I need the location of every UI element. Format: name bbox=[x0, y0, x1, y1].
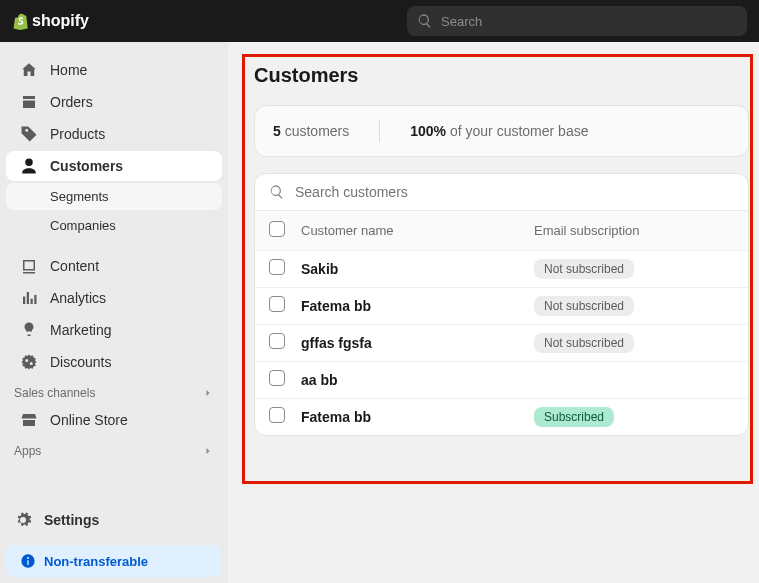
global-search-placeholder: Search bbox=[441, 14, 482, 29]
topbar: shopify Search bbox=[0, 0, 759, 42]
shopify-logo[interactable]: shopify bbox=[12, 11, 89, 31]
customer-name: Sakib bbox=[301, 261, 534, 277]
select-all-checkbox[interactable] bbox=[269, 221, 285, 237]
content-icon bbox=[20, 257, 38, 275]
table-row[interactable]: aa bb bbox=[255, 361, 748, 398]
chevron-right-icon bbox=[202, 387, 214, 399]
analytics-icon bbox=[20, 289, 38, 307]
col-header-subscription[interactable]: Email subscription bbox=[534, 223, 734, 238]
sidebar-item-customers[interactable]: Customers bbox=[6, 151, 222, 181]
sidebar-item-orders[interactable]: Orders bbox=[6, 87, 222, 117]
stat-customer-count: 5 customers bbox=[273, 123, 349, 139]
sidebar-item-discounts[interactable]: Discounts bbox=[6, 347, 222, 377]
row-checkbox[interactable] bbox=[269, 296, 285, 312]
sidebar-item-products[interactable]: Products bbox=[6, 119, 222, 149]
search-customers-row bbox=[255, 174, 748, 210]
sidebar-item-label: Customers bbox=[50, 158, 123, 174]
customer-name: Fatema bb bbox=[301, 298, 534, 314]
apps-header[interactable]: Apps bbox=[0, 436, 228, 462]
sidebar-item-label: Products bbox=[50, 126, 105, 142]
sidebar-item-online-store[interactable]: Online Store bbox=[6, 405, 222, 435]
search-icon bbox=[269, 184, 285, 200]
table-row[interactable]: Fatema bb Not subscribed bbox=[255, 287, 748, 324]
search-icon bbox=[417, 13, 433, 29]
customer-name: gffas fgsfa bbox=[301, 335, 534, 351]
settings-label: Settings bbox=[44, 512, 99, 528]
subscription-pill: Not subscribed bbox=[534, 259, 634, 279]
orders-icon bbox=[20, 93, 38, 111]
info-icon bbox=[20, 553, 36, 569]
search-customers-input[interactable] bbox=[295, 184, 734, 200]
sidebar-item-label: Discounts bbox=[50, 354, 111, 370]
person-icon bbox=[20, 157, 38, 175]
subscription-cell: Not subscribed bbox=[534, 333, 734, 353]
brand-text: shopify bbox=[32, 12, 89, 30]
chevron-right-icon bbox=[202, 445, 214, 457]
subscription-cell: Not subscribed bbox=[534, 259, 734, 279]
subscription-cell: Subscribed bbox=[534, 407, 734, 427]
sidebar-item-marketing[interactable]: Marketing bbox=[6, 315, 222, 345]
customer-name: aa bb bbox=[301, 372, 534, 388]
home-icon bbox=[20, 61, 38, 79]
discount-icon bbox=[20, 353, 38, 371]
gear-icon bbox=[14, 511, 32, 529]
row-checkbox[interactable] bbox=[269, 407, 285, 423]
global-search[interactable]: Search bbox=[407, 6, 747, 36]
sidebar-item-label: Home bbox=[50, 62, 87, 78]
row-checkbox[interactable] bbox=[269, 259, 285, 275]
customer-name: Fatema bb bbox=[301, 409, 534, 425]
table-row[interactable]: gffas fgsfa Not subscribed bbox=[255, 324, 748, 361]
sidebar-item-home[interactable]: Home bbox=[6, 55, 222, 85]
subscription-pill: Not subscribed bbox=[534, 296, 634, 316]
stat-divider bbox=[379, 120, 380, 142]
subscription-pill: Not subscribed bbox=[534, 333, 634, 353]
sidebar-subitem-segments[interactable]: Segments bbox=[6, 183, 222, 210]
subscription-cell: Not subscribed bbox=[534, 296, 734, 316]
main: Customers 5 customers 100% of your custo… bbox=[228, 42, 759, 583]
stat-customer-base: 100% of your customer base bbox=[410, 123, 588, 139]
sidebar: Home Orders Products Customers Segments … bbox=[0, 42, 228, 583]
sidebar-item-label: Analytics bbox=[50, 290, 106, 306]
customers-table-card: Customer name Email subscription Sakib N… bbox=[254, 173, 749, 436]
stats-bar: 5 customers 100% of your customer base bbox=[254, 105, 749, 157]
row-checkbox[interactable] bbox=[269, 370, 285, 386]
table-row[interactable]: Sakib Not subscribed bbox=[255, 250, 748, 287]
sidebar-item-label: Marketing bbox=[50, 322, 111, 338]
sidebar-item-content[interactable]: Content bbox=[6, 251, 222, 281]
page-title: Customers bbox=[254, 64, 749, 87]
table-header: Customer name Email subscription bbox=[255, 210, 748, 250]
col-header-name[interactable]: Customer name bbox=[301, 223, 534, 238]
table-row[interactable]: Fatema bb Subscribed bbox=[255, 398, 748, 435]
store-icon bbox=[20, 411, 38, 429]
sidebar-item-label: Content bbox=[50, 258, 99, 274]
sidebar-item-analytics[interactable]: Analytics bbox=[6, 283, 222, 313]
subscription-pill: Subscribed bbox=[534, 407, 614, 427]
sidebar-subitem-companies[interactable]: Companies bbox=[6, 212, 222, 239]
settings-link[interactable]: Settings bbox=[0, 501, 228, 539]
sidebar-item-label: Orders bbox=[50, 94, 93, 110]
marketing-icon bbox=[20, 321, 38, 339]
sidebar-item-label: Online Store bbox=[50, 412, 128, 428]
tag-icon bbox=[20, 125, 38, 143]
nontransferable-badge[interactable]: Non-transferable bbox=[6, 545, 222, 577]
sales-channels-header[interactable]: Sales channels bbox=[0, 378, 228, 404]
row-checkbox[interactable] bbox=[269, 333, 285, 349]
